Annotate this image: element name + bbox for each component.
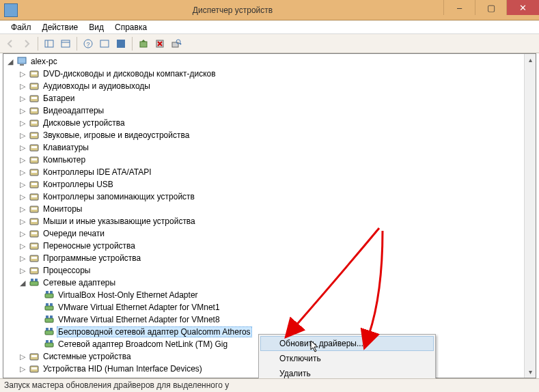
expand-icon[interactable]: ▷ xyxy=(18,365,27,374)
tree-category-label: DVD-дисководы и дисководы компакт-дисков xyxy=(42,68,217,79)
update-driver-button[interactable] xyxy=(136,36,151,51)
tree-category[interactable]: ▷Очереди печати xyxy=(3,227,536,240)
ctx-update-drivers[interactable]: Обновить драйверы... xyxy=(260,336,434,351)
menu-file[interactable]: Файл xyxy=(5,21,37,33)
tree-category-label: Сетевые адаптеры xyxy=(42,277,117,288)
forward-button[interactable] xyxy=(19,36,34,51)
tree-category[interactable]: ▷Звуковые, игровые и видеоустройства xyxy=(3,129,536,141)
tree-device[interactable]: VirtualBox Host-Only Ethernet Adapter xyxy=(3,289,536,301)
tree-category[interactable]: ▷Контроллеры IDE ATA/ATAPI xyxy=(3,166,536,178)
svg-rect-56 xyxy=(46,303,49,306)
tree-category[interactable]: ▷Процессоры xyxy=(3,264,536,277)
tree-category[interactable]: ▷Мониторы xyxy=(3,203,536,215)
expand-icon[interactable]: ▷ xyxy=(18,266,27,275)
tree-category[interactable]: ▷Контроллеры USB xyxy=(3,178,536,191)
help-button[interactable]: ? xyxy=(81,36,96,51)
menu-help[interactable]: Справка xyxy=(109,21,152,33)
minimize-button[interactable]: – xyxy=(443,0,475,15)
tree-category[interactable]: ▷Мыши и иные указывающие устройства xyxy=(3,215,536,227)
svg-rect-42 xyxy=(31,232,37,234)
svg-rect-22 xyxy=(31,109,37,111)
tree-category[interactable]: ▷Клавиатуры xyxy=(3,141,536,154)
svg-rect-16 xyxy=(31,72,37,74)
show-hide-tree-button[interactable] xyxy=(42,36,57,51)
title-bar: Диспетчер устройств – ▢ ✕ xyxy=(0,0,539,20)
tree-category[interactable]: ▷Дисковые устройства xyxy=(3,117,536,129)
svg-rect-34 xyxy=(31,183,37,185)
svg-rect-64 xyxy=(45,343,53,347)
svg-rect-51 xyxy=(35,279,38,281)
tree-category-label: Компьютер xyxy=(42,154,87,165)
scroll-down-button[interactable]: ▾ xyxy=(525,366,536,378)
svg-rect-7 xyxy=(117,40,125,48)
svg-rect-30 xyxy=(31,158,37,160)
device-tree[interactable]: ◢alex-pc▷DVD-дисководы и дисководы компа… xyxy=(3,54,536,378)
ctx-disable[interactable]: Отключить xyxy=(260,351,434,366)
expand-icon[interactable]: ▷ xyxy=(18,70,27,79)
svg-rect-10 xyxy=(172,42,178,47)
svg-rect-14 xyxy=(20,64,24,66)
svg-rect-66 xyxy=(50,340,53,343)
expand-icon[interactable]: ▷ xyxy=(18,94,27,103)
tree-category[interactable]: ▷Компьютер xyxy=(3,154,536,166)
back-button[interactable] xyxy=(3,36,18,51)
expand-icon[interactable]: ▷ xyxy=(18,352,27,361)
toolbar-separator xyxy=(132,37,133,51)
menu-action[interactable]: Действие xyxy=(37,21,84,33)
expand-icon[interactable]: ▷ xyxy=(18,242,27,251)
svg-rect-24 xyxy=(31,122,37,124)
collapse-icon[interactable]: ◢ xyxy=(6,57,14,66)
tree-category[interactable]: ▷Аудиовходы и аудиовыходы xyxy=(3,80,536,92)
svg-rect-70 xyxy=(31,367,37,369)
toolbar-icon[interactable] xyxy=(113,36,128,51)
svg-rect-50 xyxy=(31,279,33,281)
tree-category[interactable]: ▷Программные устройства xyxy=(3,252,536,264)
tree-category[interactable]: ▷Контроллеры запоминающих устройств xyxy=(3,191,536,203)
expand-icon[interactable]: ▷ xyxy=(18,168,27,177)
toolbar-separator xyxy=(77,37,77,51)
expand-icon[interactable]: ▷ xyxy=(18,107,27,115)
tree-category[interactable]: ▷Видеоадаптеры xyxy=(3,104,536,117)
expand-icon[interactable]: ▷ xyxy=(18,143,27,152)
tree-category-label: Дисковые устройства xyxy=(42,117,126,128)
expand-icon[interactable]: ▷ xyxy=(18,217,27,226)
tree-category-network[interactable]: ◢Сетевые адаптеры xyxy=(3,277,536,289)
tree-category-label: Переносные устройства xyxy=(42,240,137,251)
expand-icon[interactable]: ▷ xyxy=(18,193,27,201)
expand-icon[interactable]: ▷ xyxy=(18,131,27,140)
window-controls: – ▢ ✕ xyxy=(443,0,539,20)
expand-icon[interactable]: ▷ xyxy=(18,254,27,263)
scroll-up-button[interactable]: ▴ xyxy=(525,54,536,66)
expand-icon[interactable]: ▷ xyxy=(18,180,27,189)
svg-line-12 xyxy=(180,43,181,44)
expand-icon[interactable]: ▷ xyxy=(18,119,27,128)
expand-icon[interactable]: ▷ xyxy=(18,229,27,238)
tree-device[interactable]: VMware Virtual Ethernet Adapter for VMne… xyxy=(3,301,536,313)
menu-bar: Файл Действие Вид Справка xyxy=(0,20,539,34)
uninstall-button[interactable] xyxy=(152,36,167,51)
svg-rect-13 xyxy=(18,57,26,64)
expand-icon[interactable]: ▷ xyxy=(18,156,27,165)
tree-category[interactable]: ▷DVD-дисководы и дисководы компакт-диско… xyxy=(3,68,536,80)
collapse-icon[interactable]: ◢ xyxy=(18,279,27,288)
tree-root[interactable]: ◢alex-pc xyxy=(3,55,536,68)
maximize-button[interactable]: ▢ xyxy=(475,0,506,15)
menu-view[interactable]: Вид xyxy=(83,21,109,33)
expand-icon[interactable]: ▷ xyxy=(18,82,27,91)
tree-category[interactable]: ▷Переносные устройства xyxy=(3,240,536,252)
svg-rect-65 xyxy=(46,340,49,343)
tree-device[interactable]: VMware Virtual Ethernet Adapter for VMne… xyxy=(3,313,536,326)
svg-rect-2 xyxy=(61,40,70,47)
expand-icon[interactable]: ▷ xyxy=(18,205,27,214)
svg-rect-6 xyxy=(100,40,109,47)
tree-category-label: Контроллеры запоминающих устройств xyxy=(42,191,196,202)
tree-device-label: VirtualBox Host-Only Ethernet Adapter xyxy=(57,290,199,300)
scan-hardware-button[interactable] xyxy=(169,36,184,51)
app-icon xyxy=(4,3,18,17)
svg-rect-0 xyxy=(45,40,53,47)
toolbar-icon[interactable] xyxy=(97,36,112,51)
close-button[interactable]: ✕ xyxy=(506,0,539,15)
vertical-scrollbar[interactable]: ▴ ▾ xyxy=(524,54,536,378)
properties-button[interactable] xyxy=(58,36,73,51)
tree-category[interactable]: ▷Батареи xyxy=(3,92,536,104)
